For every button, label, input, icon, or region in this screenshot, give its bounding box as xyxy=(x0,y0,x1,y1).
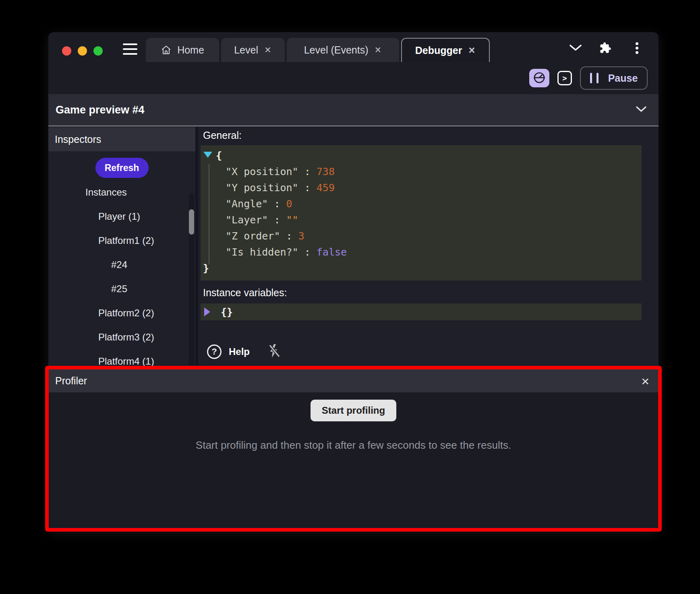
tree-item[interactable]: #25 xyxy=(48,277,195,301)
json-open-brace: { xyxy=(201,148,642,164)
json-property-row: "Angle" : 0 xyxy=(201,196,642,212)
json-property-row: "X position" : 738 xyxy=(201,164,642,180)
json-property-row: "Layer" : "" xyxy=(201,212,642,228)
tab-strip: Home Level × Level (Events) × Debugger × xyxy=(146,38,490,62)
console-button[interactable]: > xyxy=(557,71,572,85)
debugger-toolbar: > Pause xyxy=(48,62,659,94)
traffic-light-close[interactable] xyxy=(62,46,71,56)
instances-list: Instances Player (1) Platform1 (2) #24 #… xyxy=(48,180,195,373)
pause-button-label: Pause xyxy=(608,72,638,84)
tab-close-icon[interactable]: × xyxy=(468,45,476,56)
tree-item[interactable]: Platform3 (2) xyxy=(48,325,195,349)
json-property-row: "Y position" : 459 xyxy=(201,180,642,196)
kebab-menu-icon[interactable] xyxy=(636,42,638,54)
app-window: Home Level × Level (Events) × Debugger × xyxy=(48,32,659,531)
tab-label: Level (Events) xyxy=(304,44,369,56)
sidebar-scrollbar-thumb[interactable] xyxy=(189,209,194,235)
instance-variables-label: Instance variables: xyxy=(201,287,642,299)
json-property-row: "Is hidden?" : false xyxy=(201,244,642,260)
home-icon xyxy=(161,45,172,56)
traffic-light-zoom[interactable] xyxy=(93,46,103,56)
help-button[interactable]: Help xyxy=(229,346,250,357)
collapse-chevron-icon[interactable] xyxy=(636,106,646,114)
json-guide-line xyxy=(209,164,209,264)
tab-level[interactable]: Level × xyxy=(221,38,285,62)
gauge-icon xyxy=(532,71,546,86)
profiler-header: Profiler × xyxy=(49,369,658,392)
inspectors-header: Inspectors xyxy=(48,127,195,151)
hamburger-menu-icon[interactable] xyxy=(123,43,137,55)
speed-profile-button[interactable] xyxy=(529,69,549,87)
title-bar: Home Level × Level (Events) × Debugger × xyxy=(48,32,659,62)
help-icon[interactable]: ? xyxy=(207,344,222,359)
tree-item[interactable]: #24 xyxy=(48,253,195,277)
general-label: General: xyxy=(201,130,642,141)
json-close-brace: } xyxy=(201,260,642,276)
tab-label: Home xyxy=(177,44,204,56)
pause-button[interactable]: Pause xyxy=(580,66,648,90)
start-profiling-button[interactable]: Start profiling xyxy=(311,400,396,421)
tab-label: Debugger xyxy=(415,45,462,56)
tab-debugger[interactable]: Debugger × xyxy=(401,38,490,62)
profiler-title: Profiler xyxy=(55,375,87,387)
tree-item[interactable]: Platform2 (2) xyxy=(48,301,195,325)
pause-icon xyxy=(590,73,599,83)
tab-close-icon[interactable]: × xyxy=(264,45,272,56)
general-json-inspector: { "X position" : 738 "Y position" : 459 … xyxy=(201,145,642,280)
profiler-body: Start profiling Start profiling and then… xyxy=(49,392,658,452)
game-preview-header[interactable]: Game preview #4 xyxy=(48,94,659,126)
variables-empty-object: {} xyxy=(210,306,233,318)
extensions-puzzle-icon[interactable] xyxy=(599,42,611,56)
json-property-row: "Z order" : 3 xyxy=(201,228,642,244)
window-controls xyxy=(62,46,103,56)
instance-variables-inspector: {} xyxy=(201,303,642,320)
profiler-close-button[interactable]: × xyxy=(641,374,649,388)
expand-triangle-icon[interactable] xyxy=(203,152,212,158)
collapsed-triangle-icon[interactable] xyxy=(204,307,210,316)
traffic-light-minimize[interactable] xyxy=(78,46,87,56)
game-preview-title: Game preview #4 xyxy=(56,104,145,116)
tab-home[interactable]: Home xyxy=(146,38,219,62)
prompt-icon: > xyxy=(562,74,567,82)
tree-item[interactable]: Player (1) xyxy=(48,204,195,229)
tree-item[interactable]: Instances xyxy=(48,180,195,204)
profiler-panel: Profiler × Start profiling Start profili… xyxy=(45,366,662,532)
tab-level-events[interactable]: Level (Events) × xyxy=(287,38,399,62)
tab-close-icon[interactable]: × xyxy=(374,45,382,56)
tree-item[interactable]: Platform1 (2) xyxy=(48,229,195,253)
chevron-down-icon[interactable] xyxy=(569,44,582,53)
refresh-button[interactable]: Refresh xyxy=(95,158,149,178)
flash-off-icon[interactable] xyxy=(268,344,280,360)
profiler-description: Start profiling and then stop it after a… xyxy=(196,439,511,452)
help-row: ? Help xyxy=(201,344,642,360)
tab-label: Level xyxy=(234,44,258,56)
